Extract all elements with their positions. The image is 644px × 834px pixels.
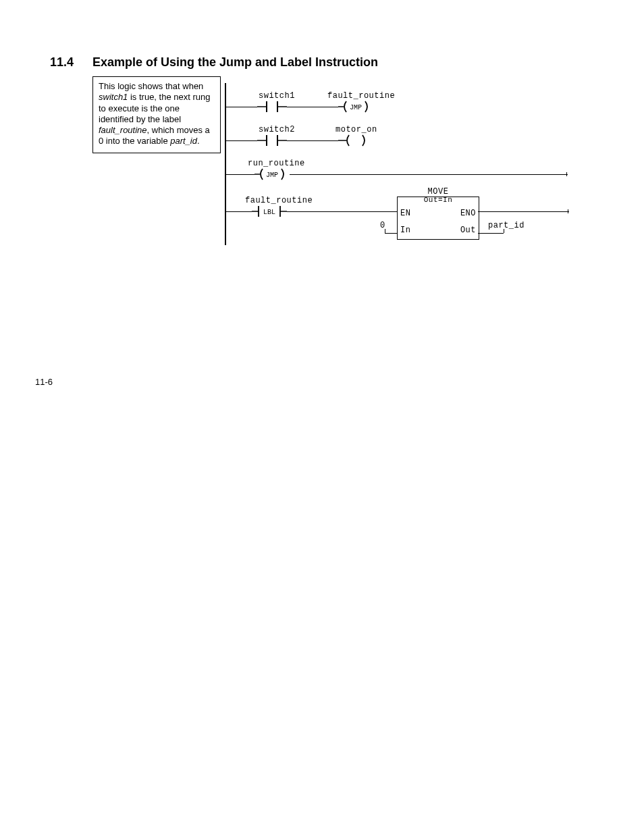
description-box: This logic shows that when switch1 is tr… [92,76,221,153]
move-block: MOVE Out=In EN ENO In Out [397,197,479,240]
block-eno: ENO [460,209,476,218]
coil-icon [338,133,373,148]
left-rail [225,83,226,245]
wire [287,211,397,212]
jmp-coil-icon: JMP [254,167,290,182]
wire [287,140,338,141]
wire [225,174,254,175]
section-number: 11.4 [50,55,89,70]
lbl-icon: LBL [252,204,287,219]
wire [290,174,568,175]
block-subtitle: Out=In [398,196,479,204]
no-contact-icon [257,133,287,148]
wire [225,211,252,212]
section-heading: 11.4 Example of Using the Jump and Label… [50,55,378,70]
wire [225,107,257,107]
desc-text: This logic shows that when [99,81,203,91]
block-title: MOVE [398,187,479,197]
jmp-coil-icon: JMP [338,99,373,114]
coil-type: JMP [350,104,362,111]
wire [385,229,385,233]
wire [478,233,504,234]
block-en: EN [400,209,410,218]
desc-fault-routine: fault_routine [99,125,147,135]
desc-text: . [197,136,200,146]
wire [287,107,338,107]
section-title: Example of Using the Jump and Label Inst… [92,55,378,69]
block-in-label: In [400,226,410,235]
wire [478,211,569,212]
wire [225,140,257,141]
wire [566,172,567,176]
block-out-label: Out [460,226,476,235]
block-out-tag: part_id [488,221,525,230]
lbl-type: LBL [263,209,275,216]
wire [385,233,397,234]
no-contact-icon [257,99,287,114]
wire [568,209,568,213]
page-number: 11-6 [35,377,53,387]
desc-part-id: part_id [170,136,197,146]
coil-type: JMP [266,172,278,179]
ladder-diagram: switch1 fault_routine JMP switch2 motor_… [225,76,603,252]
desc-switch1: switch1 [99,92,128,102]
